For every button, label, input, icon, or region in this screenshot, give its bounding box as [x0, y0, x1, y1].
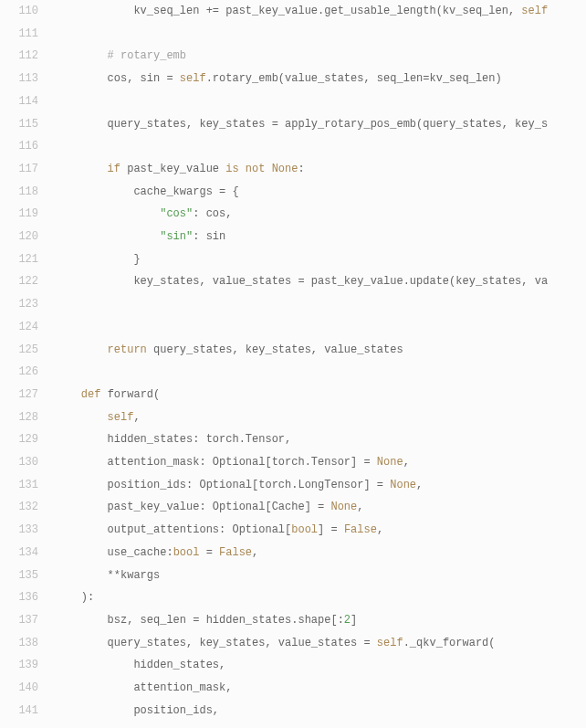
token-const: False [344, 523, 377, 536]
token-kw: return [108, 343, 153, 356]
token-type: bool [173, 546, 200, 559]
token-const: None [390, 479, 416, 491]
code-content[interactable]: kv_seq_len += past_key_value.get_usable_… [55, 0, 586, 723]
token-const: None [272, 163, 298, 175]
token-str: "cos" [160, 207, 193, 220]
token-str: "sin" [160, 230, 193, 243]
token-comment: # rotary_emb [108, 49, 186, 62]
token-const: False [219, 546, 252, 559]
token-type: bool [291, 523, 318, 536]
token-kw: def [81, 388, 108, 401]
token-kw: if [108, 163, 128, 175]
token-const: None [330, 501, 357, 513]
token-const: None [377, 456, 403, 469]
token-self: self [377, 637, 403, 649]
line-number-gutter: 110 111 112 113 114 115 116 117 118 119 … [0, 0, 55, 723]
token-self: self [521, 5, 548, 17]
token-self: self [180, 72, 206, 85]
code-editor[interactable]: 110 111 112 113 114 115 116 117 118 119 … [0, 0, 586, 723]
token-kw: is not [225, 163, 271, 175]
token-num: 2 [344, 614, 351, 627]
token-self: self [108, 411, 134, 424]
